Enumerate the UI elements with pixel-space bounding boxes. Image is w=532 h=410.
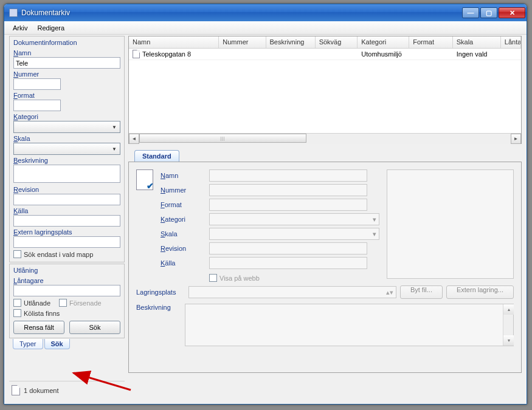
vertical-scrollbar[interactable]: ▴ ▾ [503, 304, 513, 346]
detail-scale-label: Skala [161, 230, 209, 237]
app-window: Dokumentarkiv — ▢ ✕ Arkiv Redigera Dokum… [4, 4, 527, 405]
title-bar[interactable]: Dokumentarkiv — ▢ ✕ [4, 4, 527, 21]
horizontal-scrollbar[interactable]: ◄ ||| ► [129, 133, 521, 143]
grid-header: Namn Nummer Beskrivning Sökväg Kategori … [129, 36, 521, 49]
menu-redigera[interactable]: Redigera [32, 22, 69, 33]
loaned-checkbox[interactable]: Utlånade [13, 299, 50, 307]
cell-sokvag [316, 53, 358, 55]
cell-format [409, 53, 453, 55]
checkmark-icon: ✔ [147, 181, 154, 191]
scroll-left-button[interactable]: ◄ [129, 134, 139, 144]
menu-arkiv[interactable]: Arkiv [8, 22, 32, 33]
document-large-icon: ✔ [136, 169, 153, 190]
detail-scale-combo: ▾ [209, 228, 379, 240]
format-input[interactable] [13, 100, 61, 111]
detail-source-field [209, 257, 367, 269]
external-storage-button[interactable]: Extern lagring... [446, 285, 514, 299]
main-area: Namn Nummer Beskrivning Sökväg Kategori … [128, 36, 522, 399]
detail-revision-label: Revision [161, 245, 209, 252]
number-input[interactable] [13, 78, 61, 90]
close-button[interactable]: ✕ [499, 7, 525, 18]
maximize-button[interactable]: ▢ [480, 7, 497, 18]
borrower-label: Låntagare [13, 277, 120, 284]
search-button[interactable]: Sök [69, 321, 120, 334]
scroll-thumb[interactable]: ||| [139, 134, 306, 143]
results-grid[interactable]: Namn Nummer Beskrivning Sökväg Kategori … [128, 36, 522, 144]
overdue-label: Försenade [69, 299, 102, 307]
col-beskrivning[interactable]: Beskrivning [266, 36, 316, 48]
ext-storage-input[interactable] [13, 236, 120, 248]
loaned-label: Utlånade [24, 299, 50, 307]
minimize-button[interactable]: — [462, 7, 479, 18]
checkbox-icon [13, 309, 21, 317]
detail-name-field [209, 169, 367, 182]
description-input[interactable] [13, 165, 120, 183]
menu-bar: Arkiv Redigera [4, 21, 527, 35]
search-sidebar: Dokumentinformation Namn Nummer Format K… [9, 36, 125, 399]
document-info-group: Dokumentinformation Namn Nummer Format K… [9, 36, 125, 262]
col-namn[interactable]: Namn [129, 36, 219, 48]
tab-search[interactable]: Sök [44, 339, 70, 349]
detail-number-label: Nummer [161, 186, 209, 194]
col-skala[interactable]: Skala [453, 36, 501, 48]
ext-storage-label: Extern lagringsplats [13, 228, 120, 236]
chevron-down-icon: ▼ [111, 125, 118, 130]
detail-number-field [209, 184, 367, 196]
source-input[interactable] [13, 215, 120, 227]
checkbox-icon [59, 299, 67, 307]
cell-beskrivning [266, 53, 316, 55]
scroll-right-button[interactable]: ► [511, 134, 521, 144]
document-icon [12, 385, 20, 395]
cell-nummer [219, 53, 266, 55]
scroll-up-button[interactable]: ▴ [503, 304, 514, 315]
source-label: Källa [13, 207, 120, 214]
clear-fields-button[interactable]: Rensa fält [13, 321, 64, 334]
name-input[interactable] [13, 57, 120, 69]
detail-source-label: Källa [161, 259, 209, 267]
grid-row[interactable]: Teleskopgatan 8 Utomhusmiljö Ingen vald [129, 49, 521, 60]
col-format[interactable]: Format [409, 36, 453, 48]
category-combo[interactable]: ▼ [13, 121, 120, 133]
detail-category-combo: ▾ [209, 213, 379, 225]
col-nummer[interactable]: Nummer [219, 36, 266, 48]
scroll-down-button[interactable]: ▾ [503, 335, 514, 346]
scale-combo[interactable]: ▼ [13, 143, 120, 155]
format-label: Format [13, 92, 120, 99]
storage-field: ▴▾ [188, 286, 396, 298]
checkbox-icon [13, 299, 21, 307]
cell-kategori: Utomhusmiljö [358, 50, 409, 58]
detail-description-label: Beskrivning [136, 304, 185, 346]
browse-file-button[interactable]: Byt fil... [400, 285, 443, 299]
detail-format-field [209, 199, 367, 211]
checkbox-icon [13, 250, 21, 258]
category-label: Kategori [13, 113, 120, 120]
col-sokvag[interactable]: Sökväg [316, 36, 358, 48]
sidebar-tabs: Typer Sök [13, 339, 125, 349]
tab-standard[interactable]: Standard [134, 150, 179, 162]
number-label: Nummer [13, 70, 120, 78]
cell-namn: Teleskopgatan 8 [142, 50, 191, 58]
overdue-checkbox: Försenade [59, 299, 102, 307]
col-kategori[interactable]: Kategori [358, 36, 409, 48]
detail-revision-field [209, 242, 367, 255]
tab-types[interactable]: Typer [13, 339, 43, 349]
app-icon [9, 9, 18, 17]
queue-label: Kölista finns [24, 310, 60, 317]
revision-label: Revision [13, 186, 120, 193]
status-count: 1 dokument [24, 387, 58, 394]
show-web-label: Visa på webb [219, 275, 260, 282]
col-lantagare[interactable]: Lånta [501, 36, 521, 48]
borrower-input[interactable] [13, 285, 120, 296]
scroll-track[interactable]: ||| [139, 134, 511, 144]
description-label: Beskrivning [13, 157, 120, 164]
window-title: Dokumentarkiv [21, 9, 70, 17]
search-in-folder-label: Sök endast i vald mapp [24, 251, 93, 258]
detail-area: Standard ✔ Namn Nummer Format Kategori▾ … [128, 150, 522, 373]
group-legend-docinfo: Dokumentinformation [12, 39, 78, 46]
name-label: Namn [13, 49, 120, 56]
revision-input[interactable] [13, 194, 120, 205]
detail-format-label: Format [161, 201, 209, 208]
search-in-folder-checkbox[interactable]: Sök endast i vald mapp [13, 250, 120, 258]
document-icon [133, 50, 140, 58]
queue-checkbox[interactable]: Kölista finns [13, 309, 120, 317]
